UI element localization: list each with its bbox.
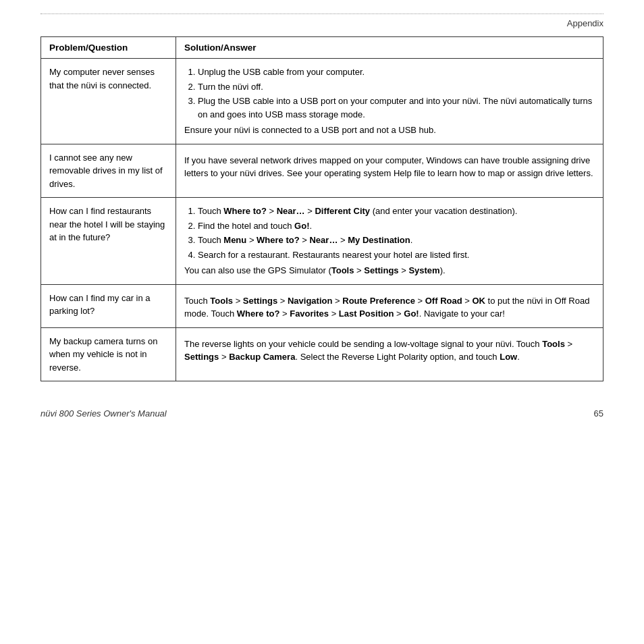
list-item: Touch Where to? > Near… > Different City…	[198, 205, 595, 218]
table-row: My computer never senses that the nüvi i…	[41, 59, 603, 144]
footer-title: nüvi 800 Series Owner's Manual	[41, 408, 167, 419]
solution-note: You can also use the GPS Simulator (Tool…	[184, 264, 595, 277]
table-row: How can I find my car in a parking lot? …	[41, 284, 603, 327]
problem-cell: My computer never senses that the nüvi i…	[41, 59, 176, 144]
appendix-label: Appendix	[567, 18, 603, 28]
table-row: How can I find restaurants near the hote…	[41, 198, 603, 285]
footer-page-number: 65	[594, 408, 603, 419]
problem-cell: I cannot see any new removable drives in…	[41, 144, 176, 198]
list-item: Plug the USB cable into a USB port on yo…	[198, 95, 595, 121]
faq-table: Problem/Question Solution/Answer My comp…	[41, 36, 603, 381]
header-divider	[41, 14, 603, 14]
solution-text: Touch Tools > Settings > Navigation > Ro…	[184, 294, 595, 321]
list-item: Search for a restaurant. Restaurants nea…	[198, 248, 595, 262]
solution-cell: The reverse lights on your vehicle could…	[176, 327, 603, 381]
table-row: My backup camera turns on when my vehicl…	[41, 327, 603, 381]
solution-cell: Touch Where to? > Near… > Different City…	[176, 198, 603, 285]
page-footer: nüvi 800 Series Owner's Manual 65	[41, 408, 603, 419]
problem-cell: How can I find my car in a parking lot?	[41, 284, 176, 327]
solution-text: The reverse lights on your vehicle could…	[184, 338, 595, 364]
list-item: Turn the nüvi off.	[198, 80, 595, 94]
solution-note: Ensure your nüvi is connected to a USB p…	[184, 124, 595, 137]
table-row: I cannot see any new removable drives in…	[41, 144, 603, 198]
solution-cell: Touch Tools > Settings > Navigation > Ro…	[176, 284, 603, 327]
list-item: Unplug the USB cable from your computer.	[198, 65, 595, 79]
solution-text: If you have several network drives mappe…	[184, 154, 595, 180]
list-item: Touch Menu > Where to? > Near… > My Dest…	[198, 234, 595, 247]
problem-cell: How can I find restaurants near the hote…	[41, 198, 176, 285]
table-header-row: Problem/Question Solution/Answer	[41, 37, 603, 59]
col-problem-header: Problem/Question	[41, 37, 176, 59]
problem-cell: My backup camera turns on when my vehicl…	[41, 327, 176, 381]
solution-cell: If you have several network drives mappe…	[176, 144, 603, 198]
page-container: Appendix Problem/Question Solution/Answe…	[0, 0, 644, 644]
list-item: Find the hotel and touch Go!.	[198, 219, 595, 233]
col-solution-header: Solution/Answer	[176, 37, 603, 59]
page-header: Appendix	[41, 17, 603, 28]
solution-cell: Unplug the USB cable from your computer.…	[176, 59, 603, 144]
